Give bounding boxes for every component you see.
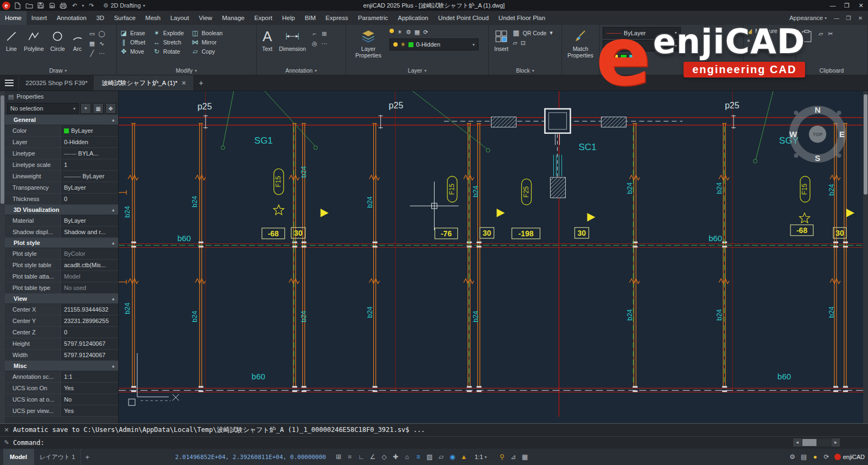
explode-tool-button[interactable]: ✶Explode: [153, 29, 184, 37]
maximize-button[interactable]: ❐: [840, 0, 854, 11]
menu-item-application[interactable]: Application: [393, 11, 433, 25]
user-icon[interactable]: ⚲: [497, 452, 507, 462]
qr-icon[interactable]: ▦: [513, 29, 519, 37]
property-value[interactable]: Model: [61, 271, 118, 282]
mark-icon[interactable]: ◎: [310, 39, 319, 48]
collapse-icon[interactable]: ▴: [112, 240, 114, 246]
ray-icon[interactable]: ╱: [88, 49, 97, 57]
document-tab-1[interactable]: 220325 Shop PS F39*: [18, 75, 94, 91]
object-track-icon[interactable]: ✚: [391, 452, 400, 462]
lightbulb-icon[interactable]: ●: [810, 452, 820, 462]
rotate-tool-button[interactable]: ↻Rotate: [153, 48, 184, 55]
properties-scrollbar[interactable]: [0, 91, 5, 423]
quick-select-button[interactable]: ⌖: [80, 103, 91, 114]
osnap-icon[interactable]: ◇: [379, 452, 389, 462]
ungroup-icon[interactable]: ▢: [725, 29, 736, 40]
property-value[interactable]: Shadow and r...: [61, 227, 118, 237]
color-swatch[interactable]: [603, 54, 610, 61]
quick-select-icon[interactable]: ⌖: [747, 37, 750, 44]
point-icon[interactable]: ⊡: [754, 37, 758, 44]
property-value[interactable]: 0-Hidden: [61, 137, 118, 147]
property-value[interactable]: ByLayer: [61, 215, 118, 226]
lineweight-icon[interactable]: ≡: [413, 452, 423, 462]
property-value[interactable]: No: [61, 394, 118, 405]
menu-item-undet-point-cloud[interactable]: Undet Point Cloud: [433, 11, 494, 25]
selection-cycling-icon[interactable]: ▱: [436, 452, 446, 462]
save-all-icon[interactable]: [48, 2, 56, 9]
leader-icon[interactable]: ⌐: [310, 29, 319, 38]
arc-tool-button[interactable]: Arc: [69, 27, 86, 53]
command-prompt[interactable]: Command:: [13, 439, 44, 447]
panel-label-utilities[interactable]: Utilities: [744, 66, 795, 75]
mirror-tool-button[interactable]: ⋈Mirror: [192, 38, 223, 46]
layer-lock-icon[interactable]: ⚙: [406, 29, 411, 36]
collapse-icon[interactable]: ▴: [112, 296, 114, 301]
more-icon[interactable]: ⋯: [98, 49, 106, 57]
polar-tracking-icon[interactable]: ∠: [368, 452, 378, 462]
menu-item-surface[interactable]: Surface: [109, 11, 141, 25]
text-tool-button[interactable]: A Text: [260, 27, 275, 53]
section-header-plot-style[interactable]: Plot style▴: [5, 238, 118, 248]
menu-item-parametric[interactable]: Parametric: [353, 11, 393, 25]
property-value[interactable]: ByLayer: [61, 125, 118, 136]
menu-item-insert[interactable]: Insert: [27, 11, 52, 25]
close-command-icon[interactable]: ✕: [0, 427, 13, 434]
panel-label-annotation[interactable]: Annotation▾: [257, 66, 346, 75]
plot-icon[interactable]: [59, 2, 67, 9]
property-value[interactable]: 1: [61, 159, 118, 170]
layer-iso-icon[interactable]: ⟳: [423, 29, 428, 36]
new-tab-button[interactable]: +: [193, 79, 208, 87]
offset-tool-button[interactable]: ∥Offset: [120, 38, 145, 46]
command-horizontal-scrollbar[interactable]: ◄ ►: [793, 438, 840, 447]
color-swatch[interactable]: [620, 54, 627, 61]
more-icon[interactable]: ⋯: [320, 39, 329, 48]
collapse-icon[interactable]: ▴: [112, 207, 114, 212]
property-value[interactable]: 23231.28996255: [61, 315, 118, 326]
undo-icon[interactable]: ↶: [71, 2, 79, 9]
sync-icon[interactable]: ⟳: [822, 452, 832, 462]
property-value[interactable]: 0: [61, 327, 118, 338]
canvas-vertical-scrollbar[interactable]: [863, 91, 868, 423]
section-header-view[interactable]: View▴: [5, 294, 118, 304]
property-value[interactable]: 5797.91240067: [61, 338, 118, 349]
appearance-menu[interactable]: Appearance ▾: [786, 15, 830, 21]
property-value[interactable]: Yes: [61, 405, 118, 416]
property-value[interactable]: ByColor: [61, 248, 118, 259]
select-objects-button[interactable]: ▦: [93, 103, 104, 114]
hamburger-menu-icon[interactable]: [0, 80, 18, 86]
property-value[interactable]: acadlt.ctb(Mis...: [61, 260, 118, 270]
workspace-switcher[interactable]: ⚙ 2D Drafting ▾: [103, 2, 145, 9]
close-button[interactable]: ✕: [854, 0, 868, 11]
isodraft-icon[interactable]: ⌂: [402, 452, 412, 462]
boolean-tool-button[interactable]: ◫Boolean: [192, 29, 223, 37]
dimension-tool-button[interactable]: Dimension: [277, 27, 308, 53]
transparency-icon[interactable]: ▨: [425, 452, 435, 462]
property-value[interactable]: 21155.93444632: [61, 304, 118, 315]
property-value[interactable]: 1:1: [61, 371, 118, 382]
chevron-down-icon[interactable]: ▾: [82, 3, 84, 8]
block-edit-icon[interactable]: ▱: [513, 40, 517, 47]
annotation-visibility-icon[interactable]: ▲: [459, 452, 469, 462]
paste-button[interactable]: [799, 27, 814, 46]
close-tab-icon[interactable]: ✕: [181, 80, 186, 87]
section-header-3d-visualization[interactable]: 3D Visualization▴: [5, 205, 118, 215]
polyline-tool-button[interactable]: Polyline: [22, 27, 46, 53]
layer-properties-button[interactable]: Layer Properties: [349, 27, 387, 60]
document-tab-2[interactable]: 波崎試験シャフト炉_A (1)* ✕: [94, 75, 193, 91]
model-tab[interactable]: Model: [3, 449, 34, 465]
panel-label-draw[interactable]: Draw▾: [0, 66, 116, 75]
color-swatch[interactable]: [637, 54, 644, 61]
property-value[interactable]: — —BYLA...: [61, 148, 118, 159]
property-value[interactable]: 5797.91240067: [61, 350, 118, 360]
annotation-scale-dropdown[interactable]: 1:1 ▾: [472, 454, 489, 460]
layer-dropdown[interactable]: ☀ 0-Hidden ▾: [390, 38, 478, 50]
panel-label-groups[interactable]: Groups: [706, 66, 743, 75]
app-logo-icon[interactable]: e: [2, 2, 10, 10]
cad-canvas[interactable]: p25p25p25SG1SC1SGYb24b24b24b24b24b24b24b…: [119, 91, 863, 423]
property-value[interactable]: ———ByLayer: [61, 171, 118, 182]
menu-item-home[interactable]: Home: [0, 11, 27, 25]
line-tool-button[interactable]: Line: [3, 27, 20, 53]
minimize-button[interactable]: —: [826, 0, 840, 11]
settings-gear-icon[interactable]: ⚙: [788, 452, 797, 462]
annotation-extra-tools[interactable]: ⌐⊞ ◎⋯: [310, 29, 329, 48]
